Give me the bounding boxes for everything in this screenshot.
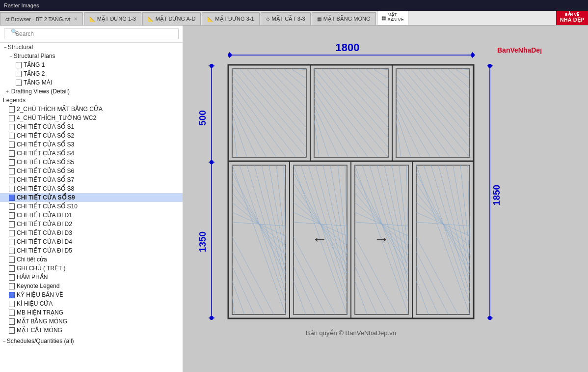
sidebar-item-legends[interactable]: Legends bbox=[0, 96, 183, 105]
sidebar-item-chi-tiet-cua-so-s7[interactable]: CHI TIẾT CỬA SỔ S7 bbox=[0, 175, 183, 184]
sidebar-item-chi-tiet-cua-so-s1[interactable]: CHI TIẾT CỬA SỔ S1 bbox=[0, 122, 183, 131]
sidebar-item-chu-thich-mat-bang-cua[interactable]: 2_CHÚ THÍCH MẶT BẰNG CỬA bbox=[0, 105, 183, 114]
sidebar-item-structural-plans[interactable]: − Structural Plans bbox=[0, 52, 183, 60]
svg-line-63 bbox=[403, 69, 470, 147]
tab-label: MẶT ĐỨNG 3-1 bbox=[215, 16, 254, 22]
sidebar-item-chi-tiet-cua-di-d3[interactable]: CHI TIẾT CỬA ĐI D3 bbox=[0, 229, 183, 237]
sidebar-item-tang-1[interactable]: TẦNG 1 bbox=[0, 60, 183, 69]
sidebar-item-drafting-views[interactable]: + Drafting Views (Detail) bbox=[0, 87, 183, 96]
canvas-area: BanVeNhaDep.vn 1800 500 1350 bbox=[183, 26, 588, 372]
sidebar-item-chi-tiet-cua-so-s10[interactable]: CHI TIẾT CỬA SỔ S10 bbox=[0, 202, 183, 211]
item-label: MẶT BẰNG MÓNG bbox=[17, 318, 67, 325]
svg-line-29 bbox=[284, 69, 306, 88]
item-label: Structural bbox=[8, 44, 33, 51]
sidebar-item-mat-bang-mong-legend[interactable]: MẶT BẰNG MÓNG bbox=[0, 317, 183, 326]
sidebar-item-tang-2[interactable]: TẦNG 2 bbox=[0, 69, 183, 78]
tab-label: MẶT BẰNG MÓNG bbox=[323, 16, 371, 22]
arrow-left: ← bbox=[312, 230, 327, 248]
tab-mat-dung-1-3[interactable]: 📐 MẶT ĐỨNG 1-3 bbox=[84, 12, 141, 25]
view-icon: ▦ bbox=[317, 16, 321, 22]
sidebar-item-chi-tiet-cua-di-d5[interactable]: CHI TIẾT CỬA ĐI D5 bbox=[0, 246, 183, 255]
item-label: CHI TIẾT CỬA SỔ S3 bbox=[17, 141, 74, 148]
sidebar-item-chi-tiet-cua[interactable]: Chi tiết cửa bbox=[0, 255, 183, 264]
search-input[interactable] bbox=[4, 29, 179, 39]
dim-height-bottom-label: 1350 bbox=[197, 231, 208, 252]
sidebar-item-chi-tiet-cua-so-s9[interactable]: CHI TIẾT CỬA SỔ S9 bbox=[0, 193, 183, 202]
doc-icon bbox=[9, 239, 15, 245]
sidebar-item-chi-tiet-cua-di-d4[interactable]: CHI TIẾT CỬA ĐI D4 bbox=[0, 237, 183, 246]
doc-icon bbox=[9, 274, 15, 281]
doc-icon bbox=[9, 159, 15, 166]
item-label: TẦNG 2 bbox=[24, 70, 45, 77]
expand-icon: − bbox=[10, 54, 13, 59]
sidebar-item-mb-hien-trang[interactable]: MB HIỆN TRẠNG bbox=[0, 308, 183, 317]
sidebar-item-chi-tiet-cua-di-d1[interactable]: CHI TIẾT CỬA ĐI D1 bbox=[0, 211, 183, 220]
main-layout: 🔍 − Structural − Structural Plans TẦNG bbox=[0, 26, 588, 372]
sidebar-item-chi-tiet-cua-so-s5[interactable]: CHI TIẾT CỬA SỔ S5 bbox=[0, 158, 183, 167]
svg-point-8 bbox=[210, 64, 214, 68]
doc-icon bbox=[9, 221, 15, 228]
sidebar-item-chi-tiet-cua-so-s3[interactable]: CHI TIẾT CỬA SỔ S3 bbox=[0, 140, 183, 149]
svg-line-33 bbox=[232, 84, 286, 157]
svg-line-139 bbox=[355, 281, 367, 315]
svg-line-45 bbox=[336, 69, 388, 128]
sidebar-item-ham-phan[interactable]: HẦM PHẦN bbox=[0, 273, 183, 282]
sidebar-item-chi-tiet-cua-so-s8[interactable]: CHI TIẾT CỬA SỔ S8 bbox=[0, 184, 183, 193]
expand-icon: + bbox=[6, 89, 9, 94]
item-label: Schedules/Quantities (all) bbox=[7, 338, 74, 344]
doc-icon bbox=[9, 115, 15, 121]
tab-project-browser[interactable]: ct Browser - BT 2 TANG.rvt ✕ bbox=[0, 12, 83, 25]
doc-icon bbox=[9, 265, 15, 272]
view-icon: 📐 bbox=[148, 16, 154, 22]
dim-height-total-label: 1850 bbox=[491, 185, 502, 205]
item-label: HẦM PHẦN bbox=[17, 274, 48, 281]
tab-mat-dung-3-1[interactable]: 📐 MẶT ĐỨNG 3-1 bbox=[202, 12, 259, 25]
sidebar-item-ky-hieu-ban-ve[interactable]: KÝ HIỆU BẢN VẼ bbox=[0, 290, 183, 299]
item-label: CHI TIẾT CỬA SỔ S10 bbox=[17, 203, 78, 210]
tab-label: MẶT ĐỨNG A-D bbox=[156, 16, 196, 22]
close-icon[interactable]: ✕ bbox=[74, 16, 78, 22]
svg-line-109 bbox=[338, 165, 347, 254]
item-label: CHI TIẾT CỬA SỔ S7 bbox=[17, 176, 74, 183]
tab-mat-bang-mong[interactable]: ▦ MẶT BẰNG MÓNG bbox=[312, 12, 376, 25]
svg-point-16 bbox=[488, 64, 492, 68]
sidebar-item-structural[interactable]: − Structural bbox=[0, 43, 183, 52]
sidebar-item-chi-tiet-cua-so-s6[interactable]: CHI TIẾT CỬA SỔ S6 bbox=[0, 167, 183, 175]
sidebar-item-keynote-legend[interactable]: Keynote Legend bbox=[0, 282, 183, 290]
view-icon: 📐 bbox=[207, 16, 213, 22]
svg-line-24 bbox=[247, 69, 306, 138]
sidebar-item-ghi-chu-tret[interactable]: GHI CHÚ ( TRỆT ) bbox=[0, 264, 183, 273]
doc-icon bbox=[9, 327, 15, 334]
tab-bar: ct Browser - BT 2 TANG.rvt ✕ 📐 MẶT ĐỨNG … bbox=[0, 11, 588, 26]
svg-line-32 bbox=[232, 76, 296, 157]
tab-mat-dung-a-d[interactable]: 📐 MẶT ĐỨNG A-D bbox=[142, 12, 201, 25]
logo-area: BẢN VẼ NHÀ ĐẸP bbox=[556, 11, 588, 25]
sidebar-item-schedules[interactable]: − Schedules/Quantities (all) bbox=[0, 337, 183, 345]
item-label: MẶT CẮT MÓNG bbox=[17, 327, 62, 334]
svg-line-68 bbox=[440, 69, 470, 98]
svg-line-98 bbox=[232, 252, 264, 315]
item-label: GHI CHÚ ( TRỆT ) bbox=[17, 265, 66, 272]
arrow-right: → bbox=[374, 230, 389, 248]
sidebar-item-ki-hieu-cua[interactable]: KÍ HIỆU CỬA bbox=[0, 299, 183, 308]
sidebar-item-chi-tiet-cua-so-s2[interactable]: CHI TIẾT CỬA SỔ S2 bbox=[0, 131, 183, 140]
item-label: Keynote Legend bbox=[17, 283, 59, 289]
sidebar-item-tang-mai[interactable]: TẦNG MÁI bbox=[0, 78, 183, 87]
svg-line-128 bbox=[399, 165, 408, 254]
svg-line-52 bbox=[314, 76, 378, 157]
tab-mat-ban-ve[interactable]: ▦ MẶTBẢN VẼ bbox=[377, 11, 408, 25]
item-label: Chi tiết cửa bbox=[17, 256, 47, 263]
item-label: CHI TIẾT CỬA ĐI D1 bbox=[17, 212, 72, 219]
svg-line-22 bbox=[232, 69, 306, 157]
item-label: CHI TIẾT CỬA ĐI D2 bbox=[17, 221, 72, 228]
doc-icon bbox=[9, 150, 15, 157]
sidebar-item-chi-tiet-cua-di-d2[interactable]: CHI TIẾT CỬA ĐI D2 bbox=[0, 220, 183, 229]
svg-line-118 bbox=[294, 252, 325, 315]
sidebar-item-mat-cat-mong[interactable]: MẶT CẮT MÓNG bbox=[0, 326, 183, 335]
sidebar-item-chi-tiet-cua-so-s4[interactable]: CHI TIẾT CỬA SỔ S4 bbox=[0, 149, 183, 158]
expand-icon: − bbox=[3, 339, 6, 344]
item-label: CHI TIẾT CỬA SỔ S5 bbox=[17, 159, 74, 166]
sidebar-item-chu-thich-tuong-wc2[interactable]: 4_CHÚ THÍCH_TƯỜNG WC2 bbox=[0, 114, 183, 122]
svg-line-48 bbox=[358, 69, 388, 98]
tab-mat-cat-3-3[interactable]: ◇ MẶT CẮT 3-3 bbox=[261, 12, 311, 25]
